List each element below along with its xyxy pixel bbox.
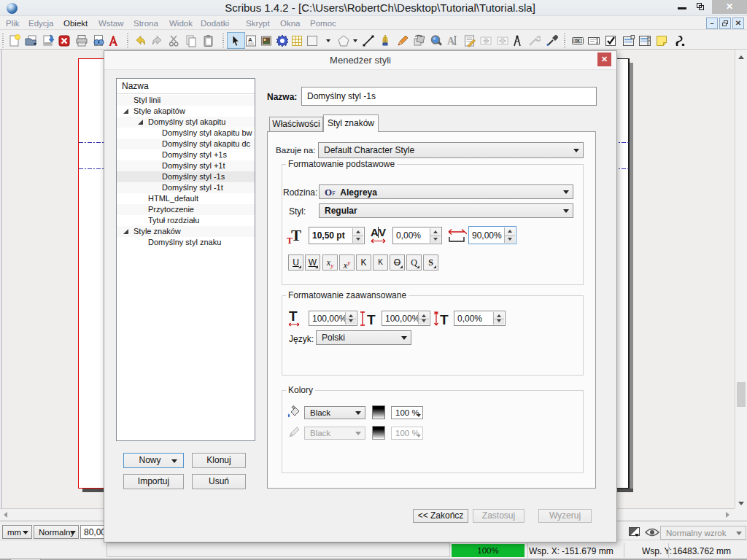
- svg-text:A: A: [447, 36, 455, 47]
- svg-text:OK: OK: [575, 39, 581, 43]
- svg-text:A: A: [248, 36, 252, 43]
